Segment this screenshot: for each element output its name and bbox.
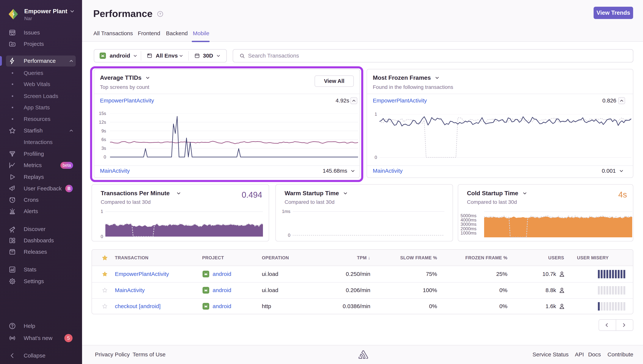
svg-text:?: ?	[159, 12, 161, 16]
